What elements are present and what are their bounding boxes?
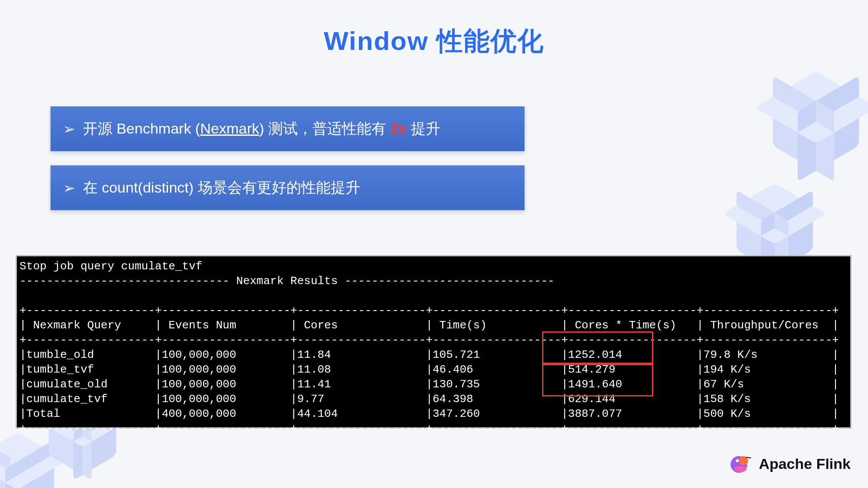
nexmark-link[interactable]: Nexmark — [200, 120, 259, 137]
bullet-2-text: 在 count(distinct) 场景会有更好的性能提升 — [83, 178, 360, 198]
bullet-1-highlight: 2x — [390, 120, 407, 137]
footer-brand: Apache Flink — [728, 452, 851, 476]
bullet-1-post: 提升 — [407, 120, 440, 137]
bullet-benchmark: ➢ 开源 Benchmark (Nexmark) 测试，普适性能有 2x 提升 — [50, 106, 525, 151]
chevron-right-icon: ➢ — [63, 179, 75, 197]
slide-title: Window 性能优化 — [0, 24, 868, 59]
bullet-count-distinct: ➢ 在 count(distinct) 场景会有更好的性能提升 — [50, 165, 525, 210]
bullet-list: ➢ 开源 Benchmark (Nexmark) 测试，普适性能有 2x 提升 … — [50, 106, 525, 224]
svg-point-3 — [734, 466, 746, 472]
svg-point-2 — [736, 459, 739, 462]
flink-logo-icon — [728, 452, 753, 476]
bullet-1-mid: ) 测试，普适性能有 — [259, 120, 390, 137]
brand-text: Apache Flink — [759, 455, 851, 472]
chevron-right-icon: ➢ — [63, 120, 75, 138]
terminal-output: Stop job query cumulate_tvf ------------… — [16, 255, 852, 429]
bullet-1-text: 开源 Benchmark (Nexmark) 测试，普适性能有 2x 提升 — [83, 119, 441, 139]
bullet-1-pre: 开源 Benchmark ( — [83, 120, 200, 137]
